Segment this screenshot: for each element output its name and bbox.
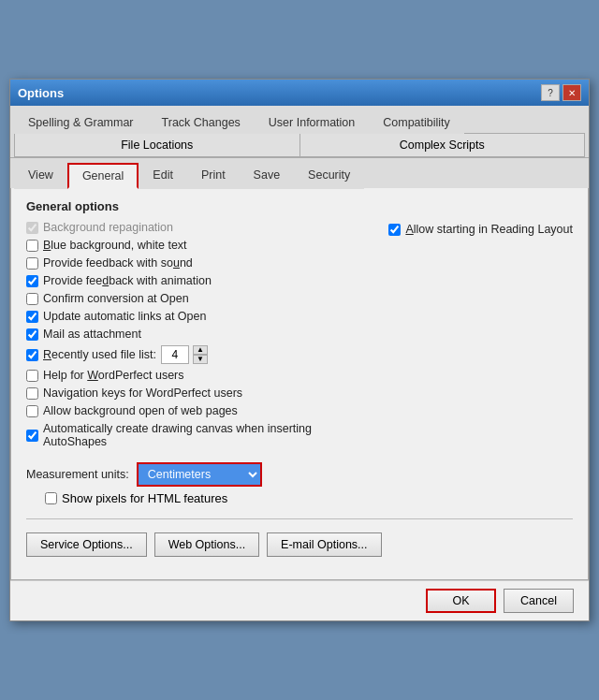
tabs-row2: File Locations Complex Scripts (10, 133, 589, 158)
checkbox-show-pixels[interactable] (45, 492, 57, 504)
spinner-input[interactable] (161, 345, 189, 364)
ok-cancel-row: OK Cancel (10, 580, 589, 620)
label-show-pixels: Show pixels for HTML features (62, 491, 227, 505)
option-confirm-conversion: Confirm conversion at Open (26, 292, 370, 305)
label-blue-background: Blue background, white text (43, 239, 187, 252)
tab-security[interactable]: Security (294, 163, 364, 189)
label-confirm-conversion: Confirm conversion at Open (43, 292, 189, 305)
cancel-button[interactable]: Cancel (504, 589, 574, 613)
spinner-down[interactable]: ▼ (193, 355, 208, 364)
tab-file-locations[interactable]: File Locations (14, 133, 300, 157)
label-help-wordperfect: Help for WordPerfect users (43, 369, 184, 382)
label-allow-reading-layout: Allow starting in Reading Layout (405, 223, 573, 236)
option-help-wordperfect: Help for WordPerfect users (26, 369, 370, 382)
label-auto-create-drawing: Automatically create drawing canvas when… (43, 422, 370, 448)
option-show-pixels: Show pixels for HTML features (45, 491, 573, 505)
tab-print[interactable]: Print (187, 163, 240, 189)
tab-compatibility[interactable]: Compatibility (369, 110, 464, 134)
option-nav-keys-wordperfect: Navigation keys for WordPerfect users (26, 386, 370, 400)
label-background-repagination: Background repagination (43, 221, 173, 234)
option-blue-background: Blue background, white text (26, 239, 370, 252)
label-recently-used: Recently used file list: (43, 348, 156, 361)
tab-general[interactable]: General (67, 163, 139, 189)
label-allow-background-open: Allow background open of web pages (43, 404, 238, 417)
label-update-links: Update automatic links at Open (43, 310, 206, 323)
option-feedback-sound: Provide feedback with sound (26, 256, 370, 270)
option-auto-create-drawing: Automatically create drawing canvas when… (26, 422, 370, 448)
option-allow-background-open: Allow background open of web pages (26, 404, 370, 417)
option-background-repagination: Background repagination (26, 221, 370, 234)
tabs-row3: View General Edit Print Save Security (10, 158, 589, 188)
section-title: General options (26, 199, 573, 213)
label-feedback-animation: Provide feedback with animation (43, 274, 212, 287)
options-container: Background repagination Blue background,… (26, 221, 573, 453)
tabs-row1: Spelling & Grammar Track Changes User In… (10, 106, 589, 133)
checkbox-blue-background[interactable] (26, 240, 38, 252)
spinner-group: ▲ ▼ (161, 345, 208, 364)
checkbox-allow-background-open[interactable] (26, 405, 38, 417)
web-options-button[interactable]: Web Options... (154, 532, 259, 557)
checkbox-feedback-animation[interactable] (26, 275, 38, 287)
measurement-dropdown[interactable]: Centimeters Inches Millimeters Points Pi… (139, 464, 260, 485)
checkbox-confirm-conversion[interactable] (26, 293, 38, 305)
bottom-buttons: Service Options... Web Options... E-mail… (26, 532, 573, 557)
checkbox-recently-used[interactable] (26, 349, 38, 361)
content-area: General options Background repagination … (10, 188, 589, 580)
left-column: Background repagination Blue background,… (26, 221, 370, 453)
option-allow-reading-layout: Allow starting in Reading Layout (388, 223, 573, 236)
tab-spelling-grammar[interactable]: Spelling & Grammar (14, 110, 148, 134)
spinner-buttons: ▲ ▼ (193, 345, 208, 364)
title-bar-buttons: ? ✕ (541, 84, 581, 101)
checkbox-help-wordperfect[interactable] (26, 370, 38, 382)
tab-save[interactable]: Save (240, 163, 295, 189)
dialog-title: Options (18, 86, 64, 100)
right-column: Allow starting in Reading Layout (388, 221, 573, 453)
service-options-button[interactable]: Service Options... (26, 532, 147, 557)
checkbox-auto-create-drawing[interactable] (26, 430, 38, 442)
option-mail-attachment: Mail as attachment (26, 328, 370, 341)
title-bar: Options ? ✕ (10, 80, 589, 106)
options-dialog: Options ? ✕ Spelling & Grammar Track Cha… (9, 79, 590, 621)
dropdown-group: Centimeters Inches Millimeters Points Pi… (137, 462, 262, 487)
checkbox-feedback-sound[interactable] (26, 257, 38, 270)
option-feedback-animation: Provide feedback with animation (26, 274, 370, 287)
label-feedback-sound: Provide feedback with sound (43, 256, 193, 270)
ok-button[interactable]: OK (426, 589, 496, 613)
checkbox-allow-reading-layout[interactable] (388, 224, 401, 236)
checkbox-background-repagination[interactable] (26, 222, 38, 234)
tab-user-information[interactable]: User Information (255, 110, 369, 134)
option-recently-used: Recently used file list: ▲ ▼ (26, 345, 370, 364)
help-button[interactable]: ? (541, 84, 560, 101)
tab-view[interactable]: View (14, 163, 67, 189)
label-nav-keys-wordperfect: Navigation keys for WordPerfect users (43, 386, 242, 400)
tab-track-changes[interactable]: Track Changes (148, 110, 255, 134)
spinner-up[interactable]: ▲ (193, 345, 208, 355)
separator (26, 518, 573, 519)
tab-complex-scripts[interactable]: Complex Scripts (300, 133, 586, 157)
option-update-links: Update automatic links at Open (26, 310, 370, 323)
label-mail-attachment: Mail as attachment (43, 328, 141, 341)
checkbox-nav-keys-wordperfect[interactable] (26, 387, 38, 400)
measurement-label: Measurement units: (26, 468, 129, 481)
checkbox-update-links[interactable] (26, 311, 38, 323)
tab-edit[interactable]: Edit (139, 163, 187, 189)
email-options-button[interactable]: E-mail Options... (267, 532, 381, 557)
checkbox-mail-attachment[interactable] (26, 328, 38, 341)
close-button[interactable]: ✕ (562, 84, 581, 101)
measurement-row: Measurement units: Centimeters Inches Mi… (26, 462, 573, 487)
